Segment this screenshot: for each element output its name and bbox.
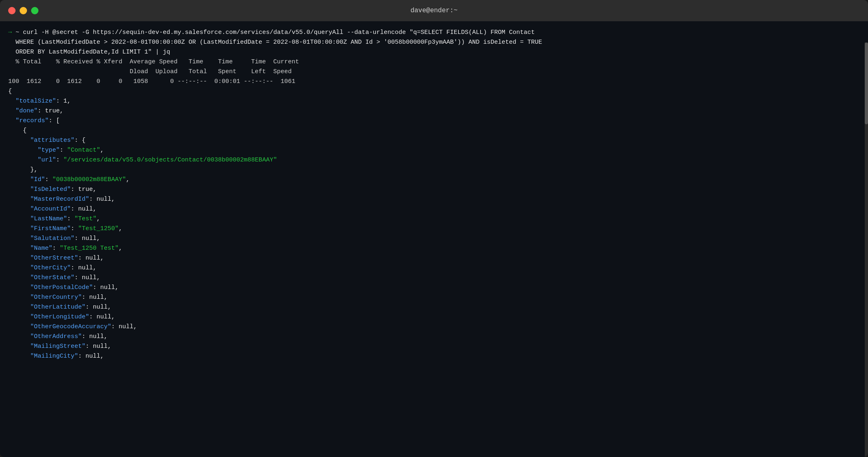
json-done: "done": true, [8,106,860,116]
json-totalsize: "totalSize": 1, [8,96,860,106]
minimize-button[interactable] [20,7,27,14]
json-record-open: { [8,126,860,136]
maximize-button[interactable] [31,7,38,14]
json-mailingcity: "MailingCity": null, [8,352,860,361]
json-firstname: "FirstName": "Test_1250", [8,224,860,234]
json-othergeocode: "OtherGeocodeAccuracy": null, [8,322,860,332]
json-othercity: "OtherCity": null, [8,263,860,273]
json-salutation: "Salutation": null, [8,234,860,244]
scrollbar-thumb[interactable] [865,43,868,124]
close-button[interactable] [8,7,16,14]
stats-subheader: Dload Upload Total Spent Left Speed [8,67,860,77]
json-url: "url": "/services/data/v55.0/sobjects/Co… [8,155,860,165]
json-lastname: "LastName": "Test", [8,214,860,224]
json-otheraddress: "OtherAddress": null, [8,332,860,342]
json-othercountry: "OtherCountry": null, [8,293,860,302]
prompt-arrow: → [8,29,12,36]
json-attributes-close: }, [8,165,860,175]
json-attributes: "attributes": { [8,136,860,146]
window-title: dave@ender:~ [410,7,457,14]
scrollbar[interactable] [865,43,868,457]
json-name: "Name": "Test_1250 Test", [8,244,860,253]
command-text-1: curl -H @secret -G https://sequin-dev-ed… [19,29,535,36]
json-isdeleted: "IsDeleted": true, [8,185,860,195]
json-open-brace: { [8,87,860,96]
json-id: "Id": "0038b00002m88EBAAY", [8,175,860,185]
command-line-2: WHERE (LastModifiedDate > 2022-08-01T00:… [8,38,860,47]
terminal-wrapper: → ~ curl -H @secret -G https://sequin-de… [0,21,868,457]
window-controls [8,7,38,14]
stats-values: 100 1612 0 1612 0 0 1058 0 --:--:-- 0:00… [8,77,860,87]
json-otherpostalcode: "OtherPostalCode": null, [8,283,860,293]
prompt-tilde: ~ [12,29,19,36]
json-records: "records": [ [8,116,860,126]
json-otherstreet: "OtherStreet": null, [8,253,860,263]
json-mailingstreet: "MailingStreet": null, [8,342,860,352]
json-otherlongitude: "OtherLongitude": null, [8,312,860,322]
json-accountid: "AccountId": null, [8,204,860,214]
json-otherstate: "OtherState": null, [8,273,860,283]
terminal-window: dave@ender:~ → ~ curl -H @secret -G http… [0,0,868,457]
terminal-content[interactable]: → ~ curl -H @secret -G https://sequin-de… [0,21,868,368]
command-prompt-line: → ~ curl -H @secret -G https://sequin-de… [8,28,860,38]
title-bar: dave@ender:~ [0,0,868,21]
json-masterrecordid: "MasterRecordId": null, [8,195,860,204]
command-line-3: ORDER BY LastModifiedDate,Id LIMIT 1" | … [8,47,860,57]
stats-header: % Total % Received % Xferd Average Speed… [8,57,860,67]
json-otherlatitude: "OtherLatitude": null, [8,302,860,312]
json-type: "type": "Contact", [8,146,860,155]
